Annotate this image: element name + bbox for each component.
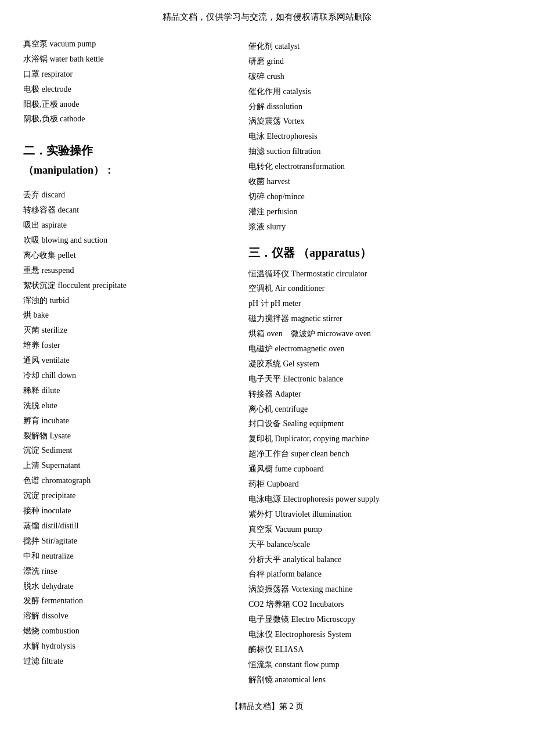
term-item: 药柜 Cupboard <box>248 477 511 492</box>
term-item: 台秤 platform balance <box>248 567 511 582</box>
term-item: 复印机 Duplicator, copying machine <box>248 431 511 447</box>
term-item: 发酵 fermentation <box>23 593 231 609</box>
section3-block: 三．仪器 （apparatus） <box>248 245 511 261</box>
term-item: 恒温循环仪 Thermostatic circulator <box>248 267 511 282</box>
term-item: 上清 Supernatant <box>23 458 231 473</box>
right-column: 催化剂 catalyst 研磨 grind 破碎 crush 催化作用 cata… <box>243 37 511 687</box>
term-item: 电极 electrode <box>23 82 231 97</box>
term-item: 电磁炉 electromagnetic oven <box>248 341 511 357</box>
term-item: 接种 inoculate <box>23 503 231 519</box>
term-item: 离心收集 pellet <box>23 248 231 263</box>
term-item: 裂解物 Lysate <box>23 429 231 444</box>
term-item: 紫外灯 Ultraviolet illumination <box>248 507 511 522</box>
manipulation-terms: 丢弃 discard 转移容器 decant 吸出 aspirate 吹吸 bl… <box>23 188 231 669</box>
term-item: 浑浊的 turbid <box>23 293 231 308</box>
term-item: 吹吸 blowing and suction <box>23 233 231 248</box>
term-item: 灌注 perfusion <box>248 204 511 219</box>
term-item: 絮状沉淀 flocculent precipitate <box>23 278 231 293</box>
term-item: 水浴锅 water bath kettle <box>23 52 231 67</box>
term-item: pH 计 pH meter <box>248 296 511 311</box>
term-item: 搅拌 Stir/agitate <box>23 534 231 549</box>
term-item: 阳极,正极 anode <box>23 97 231 112</box>
term-item: 稀释 dilute <box>23 383 231 398</box>
term-item: 沉淀 Sediment <box>23 443 231 458</box>
term-item: 阴极,负极 cathode <box>23 111 231 127</box>
term-item: 真空泵 vacuum pump <box>23 37 231 52</box>
term-item: 涡旋振荡器 Vortexing machine <box>248 582 511 597</box>
term-item: 烘箱 oven 微波炉 microwave oven <box>248 326 511 341</box>
term-item: 溶解 dissolve <box>23 609 231 624</box>
section2-title: 二．实验操作 <box>23 143 231 159</box>
left-column: 真空泵 vacuum pump 水浴锅 water bath kettle 口罩… <box>23 37 243 687</box>
term-item: 洗脱 elute <box>23 398 231 413</box>
term-item: 电子天平 Electronic balance <box>248 372 511 387</box>
term-item: 磁力搅拌器 magnetic stirrer <box>248 311 511 326</box>
term-item: 电转化 electrotransformation <box>248 159 511 174</box>
term-item: CO2 培养箱 CO2 Incubators <box>248 597 511 612</box>
header: 精品文档，仅供学习与交流，如有侵权请联系网站删除 <box>23 12 511 26</box>
term-item: 蒸馏 distil/distill <box>23 519 231 534</box>
term-item: 转移容器 decant <box>23 203 231 218</box>
term-item: 吸出 aspirate <box>23 218 231 233</box>
term-item: 丢弃 discard <box>23 188 231 203</box>
term-item: 分析天平 analytical balance <box>248 552 511 567</box>
term-item: 冷却 chill down <box>23 368 231 383</box>
term-item: 破碎 crush <box>248 69 511 84</box>
term-item: 分解 dissolution <box>248 99 511 114</box>
term-item: 研磨 grind <box>248 54 511 69</box>
footer-text: 【精品文档】第 2 页 <box>23 701 511 712</box>
footer: 【精品文档】第 2 页 <box>23 701 511 712</box>
term-item: 解剖镜 anatomical lens <box>248 672 511 687</box>
term-item: 灭菌 sterilize <box>23 323 231 338</box>
term-item: 电泳仪 Electrophoresis System <box>248 627 511 642</box>
term-item: 烘 bake <box>23 308 231 323</box>
term-item: 培养 foster <box>23 338 231 353</box>
section3-title: 三．仪器 （apparatus） <box>248 245 511 261</box>
term-item: 中和 neutralize <box>23 549 231 564</box>
section2-subtitle: （manipulation）： <box>23 163 231 177</box>
top-terms-left: 真空泵 vacuum pump 水浴锅 water bath kettle 口罩… <box>23 37 231 127</box>
term-item: 水解 hydrolysis <box>23 639 231 654</box>
term-item: 催化剂 catalyst <box>248 39 511 54</box>
term-item: 过滤 filtrate <box>23 654 231 669</box>
term-item: 真空泵 Vacuum pump <box>248 522 511 537</box>
term-item: 转接器 Adapter <box>248 387 511 402</box>
term-item: 天平 balance/scale <box>248 537 511 552</box>
header-text: 精品文档，仅供学习与交流，如有侵权请联系网站删除 <box>23 12 511 26</box>
term-item: 口罩 respirator <box>23 67 231 82</box>
term-item: 孵育 incubate <box>23 413 231 429</box>
term-item: 凝胶系统 Gel system <box>248 357 511 372</box>
term-item: 切碎 chop/mince <box>248 189 511 204</box>
apparatus-terms: 恒温循环仪 Thermostatic circulator 空调机 Air co… <box>248 267 511 687</box>
top-terms-right: 催化剂 catalyst 研磨 grind 破碎 crush 催化作用 cata… <box>248 39 511 235</box>
term-item: 色谱 chromatograph <box>23 473 231 488</box>
term-item: 封口设备 Sealing equipment <box>248 416 511 431</box>
term-item: 酶标仪 ELIASA <box>248 642 511 657</box>
section2-block: 二．实验操作 （manipulation）： <box>23 143 231 177</box>
term-item: 沉淀 precipitate <box>23 488 231 503</box>
term-item: 通风橱 fume cupboard <box>248 462 511 477</box>
term-item: 恒流泵 constant flow pump <box>248 657 511 672</box>
term-item: 电泳 Electrophoresis <box>248 129 511 144</box>
term-item: 离心机 centrifuge <box>248 402 511 417</box>
term-item: 电泳电源 Electrophoresis power supply <box>248 492 511 507</box>
term-item: 漂洗 rinse <box>23 564 231 579</box>
term-item: 脱水 dehydrate <box>23 579 231 594</box>
term-item: 空调机 Air conditioner <box>248 281 511 296</box>
term-item: 抽滤 suction filtration <box>248 144 511 159</box>
term-item: 电子显微镜 Electro Microscopy <box>248 612 511 627</box>
term-item: 收菌 harvest <box>248 174 511 189</box>
term-item: 通风 ventilate <box>23 353 231 368</box>
term-item: 浆液 slurry <box>248 219 511 235</box>
term-item: 重悬 resuspend <box>23 263 231 278</box>
term-item: 超净工作台 super clean bench <box>248 447 511 462</box>
term-item: 燃烧 combustion <box>23 624 231 639</box>
term-item: 催化作用 catalysis <box>248 84 511 99</box>
term-item: 涡旋震荡 Vortex <box>248 114 511 129</box>
